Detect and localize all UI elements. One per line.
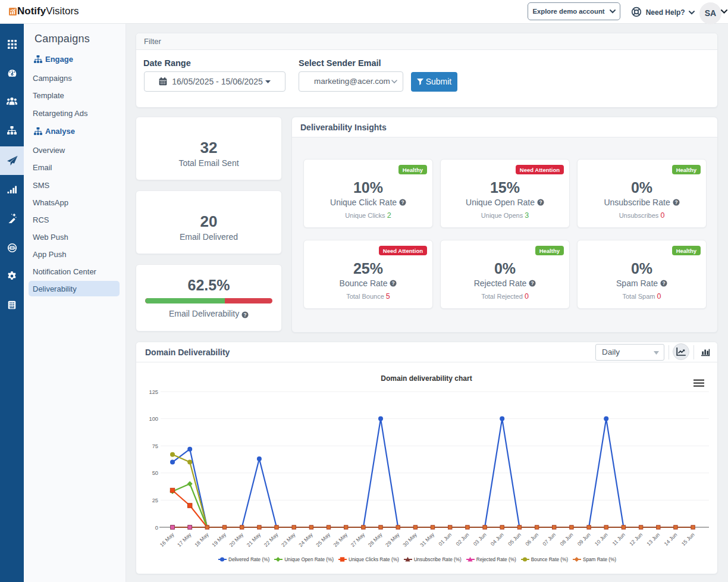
svg-text:28 May: 28 May (367, 531, 384, 548)
svg-text:?: ? (401, 199, 404, 205)
svg-text:?: ? (244, 312, 247, 318)
svg-text:?: ? (662, 280, 665, 286)
svg-text:06 Jun: 06 Jun (524, 531, 539, 547)
svg-text:26 May: 26 May (332, 531, 349, 548)
svg-text:25 May: 25 May (315, 531, 331, 548)
svg-text:19 May: 19 May (211, 531, 227, 548)
svg-text:01 Jun: 01 Jun (437, 531, 453, 547)
svg-text:24 May: 24 May (297, 531, 314, 548)
svg-text:?: ? (539, 199, 542, 205)
svg-text:125: 125 (149, 389, 158, 395)
svg-text:03 Jun: 03 Jun (472, 531, 488, 547)
svg-text:23 May: 23 May (280, 531, 297, 548)
svg-text:21 May: 21 May (246, 531, 262, 548)
svg-text:14 Jun: 14 Jun (663, 531, 679, 547)
svg-text:10 Jun: 10 Jun (594, 531, 609, 547)
svg-text:?: ? (392, 280, 395, 286)
svg-text:29 May: 29 May (384, 531, 401, 548)
svg-text:Domain deliverability chart: Domain deliverability chart (381, 374, 472, 383)
svg-text:50: 50 (152, 470, 158, 476)
svg-text:07 Jun: 07 Jun (541, 531, 557, 547)
svg-text:0: 0 (155, 525, 158, 531)
svg-text:12 Jun: 12 Jun (628, 531, 644, 547)
svg-text:27 May: 27 May (350, 531, 366, 548)
svg-text:11 Jun: 11 Jun (611, 531, 626, 546)
svg-text:17 May: 17 May (176, 531, 193, 548)
svg-text:13 Jun: 13 Jun (645, 531, 661, 547)
svg-text:15 Jun: 15 Jun (680, 531, 696, 547)
svg-text:100: 100 (149, 416, 158, 422)
svg-text:30 May: 30 May (401, 531, 418, 548)
svg-text:16 May: 16 May (159, 531, 175, 548)
svg-text:09 Jun: 09 Jun (576, 531, 592, 547)
svg-text:18 May: 18 May (193, 531, 210, 548)
svg-text:75: 75 (152, 443, 158, 449)
svg-text:25: 25 (152, 497, 158, 503)
svg-text:04 Jun: 04 Jun (489, 531, 505, 547)
svg-text:?: ? (674, 199, 677, 205)
svg-text:20 May: 20 May (228, 531, 245, 548)
svg-text:31 May: 31 May (419, 531, 435, 548)
svg-text:05 Jun: 05 Jun (507, 531, 522, 547)
svg-text:02 Jun: 02 Jun (455, 531, 470, 547)
svg-text:22 May: 22 May (263, 531, 280, 548)
svg-text:?: ? (531, 280, 534, 286)
svg-text:08 Jun: 08 Jun (559, 531, 575, 547)
